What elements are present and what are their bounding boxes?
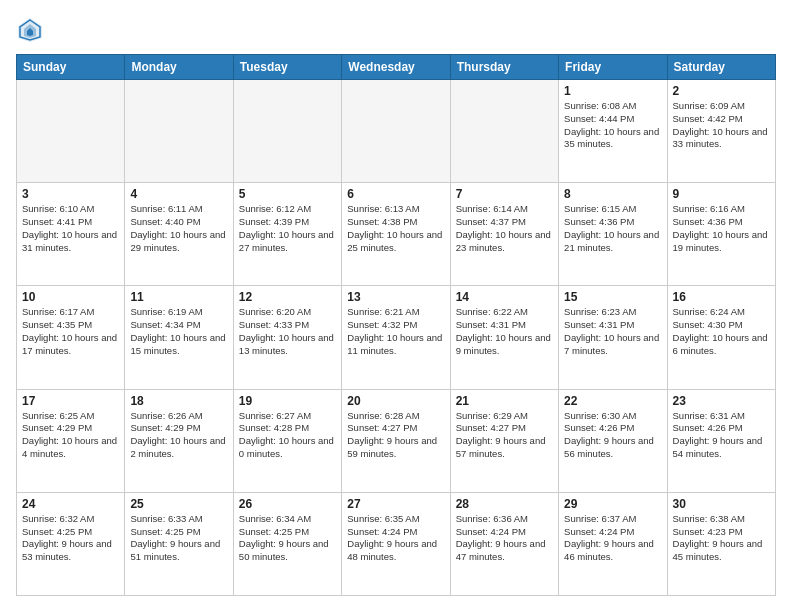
weekday-header-saturday: Saturday — [667, 55, 775, 80]
calendar-cell: 25Sunrise: 6:33 AM Sunset: 4:25 PM Dayli… — [125, 492, 233, 595]
day-number: 4 — [130, 187, 227, 201]
day-number: 18 — [130, 394, 227, 408]
calendar-cell: 15Sunrise: 6:23 AM Sunset: 4:31 PM Dayli… — [559, 286, 667, 389]
day-number: 7 — [456, 187, 553, 201]
calendar-cell: 13Sunrise: 6:21 AM Sunset: 4:32 PM Dayli… — [342, 286, 450, 389]
calendar-cell: 12Sunrise: 6:20 AM Sunset: 4:33 PM Dayli… — [233, 286, 341, 389]
calendar-cell: 18Sunrise: 6:26 AM Sunset: 4:29 PM Dayli… — [125, 389, 233, 492]
header — [16, 16, 776, 44]
day-info: Sunrise: 6:15 AM Sunset: 4:36 PM Dayligh… — [564, 203, 661, 254]
day-number: 12 — [239, 290, 336, 304]
day-info: Sunrise: 6:23 AM Sunset: 4:31 PM Dayligh… — [564, 306, 661, 357]
calendar-week-1: 1Sunrise: 6:08 AM Sunset: 4:44 PM Daylig… — [17, 80, 776, 183]
day-number: 1 — [564, 84, 661, 98]
calendar-cell: 21Sunrise: 6:29 AM Sunset: 4:27 PM Dayli… — [450, 389, 558, 492]
day-info: Sunrise: 6:22 AM Sunset: 4:31 PM Dayligh… — [456, 306, 553, 357]
logo — [16, 16, 48, 44]
day-number: 22 — [564, 394, 661, 408]
calendar-cell: 20Sunrise: 6:28 AM Sunset: 4:27 PM Dayli… — [342, 389, 450, 492]
day-info: Sunrise: 6:08 AM Sunset: 4:44 PM Dayligh… — [564, 100, 661, 151]
weekday-header-thursday: Thursday — [450, 55, 558, 80]
day-number: 9 — [673, 187, 770, 201]
calendar-cell: 23Sunrise: 6:31 AM Sunset: 4:26 PM Dayli… — [667, 389, 775, 492]
calendar-cell: 6Sunrise: 6:13 AM Sunset: 4:38 PM Daylig… — [342, 183, 450, 286]
calendar-cell: 16Sunrise: 6:24 AM Sunset: 4:30 PM Dayli… — [667, 286, 775, 389]
day-number: 27 — [347, 497, 444, 511]
day-number: 15 — [564, 290, 661, 304]
calendar-cell: 28Sunrise: 6:36 AM Sunset: 4:24 PM Dayli… — [450, 492, 558, 595]
day-number: 25 — [130, 497, 227, 511]
day-number: 10 — [22, 290, 119, 304]
calendar-cell — [125, 80, 233, 183]
calendar-cell: 29Sunrise: 6:37 AM Sunset: 4:24 PM Dayli… — [559, 492, 667, 595]
weekday-header-monday: Monday — [125, 55, 233, 80]
day-number: 14 — [456, 290, 553, 304]
day-info: Sunrise: 6:30 AM Sunset: 4:26 PM Dayligh… — [564, 410, 661, 461]
calendar-cell: 11Sunrise: 6:19 AM Sunset: 4:34 PM Dayli… — [125, 286, 233, 389]
day-info: Sunrise: 6:20 AM Sunset: 4:33 PM Dayligh… — [239, 306, 336, 357]
day-number: 28 — [456, 497, 553, 511]
calendar-week-2: 3Sunrise: 6:10 AM Sunset: 4:41 PM Daylig… — [17, 183, 776, 286]
calendar-cell: 10Sunrise: 6:17 AM Sunset: 4:35 PM Dayli… — [17, 286, 125, 389]
calendar-week-4: 17Sunrise: 6:25 AM Sunset: 4:29 PM Dayli… — [17, 389, 776, 492]
day-info: Sunrise: 6:16 AM Sunset: 4:36 PM Dayligh… — [673, 203, 770, 254]
day-number: 30 — [673, 497, 770, 511]
day-info: Sunrise: 6:19 AM Sunset: 4:34 PM Dayligh… — [130, 306, 227, 357]
day-info: Sunrise: 6:17 AM Sunset: 4:35 PM Dayligh… — [22, 306, 119, 357]
calendar-cell: 26Sunrise: 6:34 AM Sunset: 4:25 PM Dayli… — [233, 492, 341, 595]
day-number: 26 — [239, 497, 336, 511]
calendar-cell: 9Sunrise: 6:16 AM Sunset: 4:36 PM Daylig… — [667, 183, 775, 286]
weekday-header-tuesday: Tuesday — [233, 55, 341, 80]
calendar-cell: 2Sunrise: 6:09 AM Sunset: 4:42 PM Daylig… — [667, 80, 775, 183]
day-number: 20 — [347, 394, 444, 408]
day-number: 2 — [673, 84, 770, 98]
day-info: Sunrise: 6:38 AM Sunset: 4:23 PM Dayligh… — [673, 513, 770, 564]
day-info: Sunrise: 6:13 AM Sunset: 4:38 PM Dayligh… — [347, 203, 444, 254]
day-number: 8 — [564, 187, 661, 201]
weekday-header-friday: Friday — [559, 55, 667, 80]
day-info: Sunrise: 6:27 AM Sunset: 4:28 PM Dayligh… — [239, 410, 336, 461]
day-number: 23 — [673, 394, 770, 408]
calendar-cell: 3Sunrise: 6:10 AM Sunset: 4:41 PM Daylig… — [17, 183, 125, 286]
calendar-cell: 17Sunrise: 6:25 AM Sunset: 4:29 PM Dayli… — [17, 389, 125, 492]
calendar-cell: 8Sunrise: 6:15 AM Sunset: 4:36 PM Daylig… — [559, 183, 667, 286]
day-number: 6 — [347, 187, 444, 201]
day-number: 5 — [239, 187, 336, 201]
day-number: 29 — [564, 497, 661, 511]
calendar-cell: 27Sunrise: 6:35 AM Sunset: 4:24 PM Dayli… — [342, 492, 450, 595]
day-info: Sunrise: 6:24 AM Sunset: 4:30 PM Dayligh… — [673, 306, 770, 357]
weekday-header-sunday: Sunday — [17, 55, 125, 80]
calendar-cell — [342, 80, 450, 183]
calendar-cell: 5Sunrise: 6:12 AM Sunset: 4:39 PM Daylig… — [233, 183, 341, 286]
calendar-week-3: 10Sunrise: 6:17 AM Sunset: 4:35 PM Dayli… — [17, 286, 776, 389]
page: SundayMondayTuesdayWednesdayThursdayFrid… — [0, 0, 792, 612]
calendar-cell — [233, 80, 341, 183]
day-info: Sunrise: 6:25 AM Sunset: 4:29 PM Dayligh… — [22, 410, 119, 461]
day-info: Sunrise: 6:28 AM Sunset: 4:27 PM Dayligh… — [347, 410, 444, 461]
day-info: Sunrise: 6:32 AM Sunset: 4:25 PM Dayligh… — [22, 513, 119, 564]
day-number: 19 — [239, 394, 336, 408]
calendar-cell: 22Sunrise: 6:30 AM Sunset: 4:26 PM Dayli… — [559, 389, 667, 492]
logo-icon — [16, 16, 44, 44]
calendar-cell: 19Sunrise: 6:27 AM Sunset: 4:28 PM Dayli… — [233, 389, 341, 492]
weekday-header-wednesday: Wednesday — [342, 55, 450, 80]
day-info: Sunrise: 6:37 AM Sunset: 4:24 PM Dayligh… — [564, 513, 661, 564]
day-number: 24 — [22, 497, 119, 511]
day-number: 11 — [130, 290, 227, 304]
day-info: Sunrise: 6:21 AM Sunset: 4:32 PM Dayligh… — [347, 306, 444, 357]
calendar-cell: 4Sunrise: 6:11 AM Sunset: 4:40 PM Daylig… — [125, 183, 233, 286]
day-number: 13 — [347, 290, 444, 304]
calendar-table: SundayMondayTuesdayWednesdayThursdayFrid… — [16, 54, 776, 596]
calendar-cell: 14Sunrise: 6:22 AM Sunset: 4:31 PM Dayli… — [450, 286, 558, 389]
day-info: Sunrise: 6:09 AM Sunset: 4:42 PM Dayligh… — [673, 100, 770, 151]
day-info: Sunrise: 6:33 AM Sunset: 4:25 PM Dayligh… — [130, 513, 227, 564]
day-number: 16 — [673, 290, 770, 304]
day-number: 21 — [456, 394, 553, 408]
calendar-cell — [17, 80, 125, 183]
calendar-cell — [450, 80, 558, 183]
day-info: Sunrise: 6:31 AM Sunset: 4:26 PM Dayligh… — [673, 410, 770, 461]
calendar-cell: 7Sunrise: 6:14 AM Sunset: 4:37 PM Daylig… — [450, 183, 558, 286]
day-info: Sunrise: 6:12 AM Sunset: 4:39 PM Dayligh… — [239, 203, 336, 254]
day-info: Sunrise: 6:36 AM Sunset: 4:24 PM Dayligh… — [456, 513, 553, 564]
calendar-cell: 24Sunrise: 6:32 AM Sunset: 4:25 PM Dayli… — [17, 492, 125, 595]
